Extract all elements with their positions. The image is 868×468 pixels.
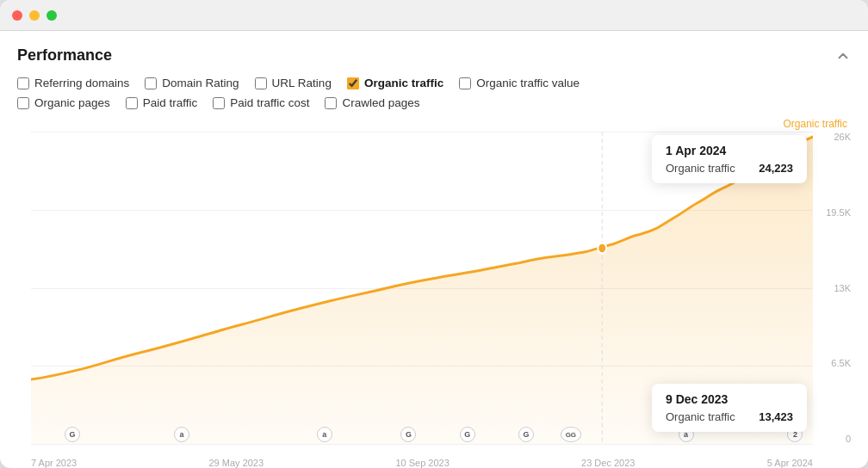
checkbox-label-paid-traffic: Paid traffic: [143, 96, 198, 109]
checkbox-referring-domains[interactable]: Referring domains: [17, 77, 129, 89]
y-label-6-5k: 6.5K: [831, 358, 851, 368]
tooltip-lower-metric: Organic traffic: [666, 410, 735, 423]
content-area: Performance Referring domains Domain Rat…: [0, 31, 868, 468]
chart-area: Organic traffic 26K 19.5K 13K 6.5K 0: [14, 118, 854, 468]
checkbox-label-organic-traffic-value: Organic traffic value: [476, 77, 580, 89]
checkbox-organic-traffic-value[interactable]: Organic traffic value: [459, 77, 580, 89]
checkbox-input-referring-domains[interactable]: [17, 77, 29, 89]
checkbox-paid-traffic[interactable]: Paid traffic: [126, 96, 198, 109]
maximize-button[interactable]: [46, 10, 57, 21]
checkbox-organic-traffic[interactable]: Organic traffic: [347, 77, 443, 89]
tooltip-lower-value: 13,423: [759, 410, 793, 423]
x-label-apr-2023: 7 Apr 2023: [31, 458, 77, 468]
checkbox-domain-rating[interactable]: Domain Rating: [145, 77, 239, 89]
checkbox-url-rating[interactable]: URL Rating: [255, 77, 332, 89]
tooltip-lower: 9 Dec 2023 Organic traffic 13,423: [652, 384, 807, 432]
algo-icon-g3: G: [460, 427, 475, 442]
main-window: Performance Referring domains Domain Rat…: [0, 0, 868, 468]
checkbox-label-crawled-pages: Crawled pages: [342, 96, 419, 109]
tooltip-upper-row: Organic traffic 24,223: [666, 162, 793, 175]
checkbox-label-domain-rating: Domain Rating: [162, 77, 239, 89]
checkbox-input-crawled-pages[interactable]: [325, 97, 337, 109]
algo-icon-a1: a: [174, 427, 189, 442]
checkbox-input-organic-traffic-value[interactable]: [459, 77, 471, 89]
x-axis: 7 Apr 2023 29 May 2023 10 Sep 2023 23 De…: [31, 444, 813, 468]
checkbox-input-organic-pages[interactable]: [17, 97, 29, 109]
tooltip-lower-date: 9 Dec 2023: [666, 392, 793, 406]
checkbox-label-organic-traffic: Organic traffic: [364, 77, 443, 89]
checkbox-input-paid-traffic[interactable]: [126, 97, 138, 109]
close-button[interactable]: [12, 10, 22, 21]
algo-icon-g4: G: [518, 427, 534, 442]
y-axis: 26K 19.5K 13K 6.5K 0: [820, 132, 854, 444]
y-label-0: 0: [846, 434, 851, 444]
tooltip-lower-row: Organic traffic 13,423: [666, 410, 793, 423]
checkbox-input-domain-rating[interactable]: [145, 77, 157, 89]
chart-dot: [598, 243, 606, 253]
checkbox-input-organic-traffic[interactable]: [347, 77, 359, 89]
y-label-19-5k: 19.5K: [826, 207, 851, 218]
checkbox-input-url-rating[interactable]: [255, 77, 267, 89]
tooltip-upper-metric: Organic traffic: [666, 162, 735, 175]
checkbox-paid-traffic-cost[interactable]: Paid traffic cost: [213, 96, 309, 109]
checkbox-crawled-pages[interactable]: Crawled pages: [325, 96, 419, 109]
checkbox-input-paid-traffic-cost[interactable]: [213, 97, 225, 109]
x-label-may-2023: 29 May 2023: [209, 458, 264, 468]
x-label-sep-2023: 10 Sep 2023: [395, 458, 449, 468]
section-header: Performance: [17, 46, 851, 65]
checkbox-label-referring-domains: Referring domains: [34, 77, 129, 89]
tooltip-upper-date: 1 Apr 2024: [666, 144, 793, 157]
y-label-26k: 26K: [834, 132, 851, 142]
algo-icon-gg: GG: [561, 427, 581, 442]
chart-series-label: Organic traffic: [784, 118, 847, 130]
y-label-13k: 13K: [834, 283, 851, 293]
section-title: Performance: [17, 46, 112, 65]
filter-checkboxes: Referring domains Domain Rating URL Rati…: [17, 77, 851, 109]
algo-icon-g1: G: [65, 427, 80, 442]
collapse-icon[interactable]: [835, 48, 851, 64]
checkbox-row-1: Referring domains Domain Rating URL Rati…: [17, 77, 851, 89]
x-label-dec-2023: 23 Dec 2023: [581, 458, 635, 468]
x-label-apr-2024: 5 Apr 2024: [767, 458, 813, 468]
minimize-button[interactable]: [29, 10, 40, 21]
checkbox-organic-pages[interactable]: Organic pages: [17, 96, 110, 109]
titlebar: [0, 0, 868, 31]
checkbox-label-organic-pages: Organic pages: [34, 96, 110, 109]
checkbox-label-url-rating: URL Rating: [272, 77, 332, 89]
checkbox-row-2: Organic pages Paid traffic Paid traffic …: [17, 96, 851, 109]
tooltip-upper-value: 24,223: [759, 162, 793, 175]
tooltip-upper: 1 Apr 2024 Organic traffic 24,223: [652, 135, 807, 183]
algo-icon-a2: a: [317, 427, 332, 442]
checkbox-label-paid-traffic-cost: Paid traffic cost: [230, 96, 309, 109]
